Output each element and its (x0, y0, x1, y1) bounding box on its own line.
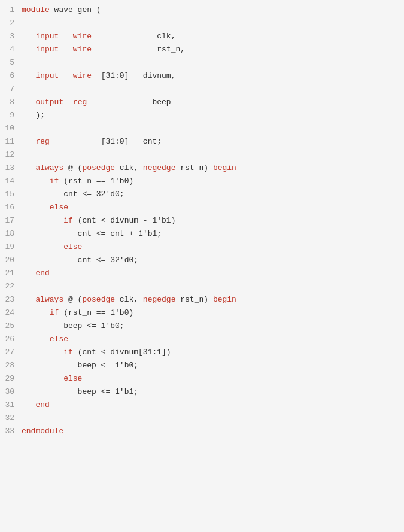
line-number: 23 (0, 295, 22, 304)
line-content: input wire clk, (22, 32, 175, 41)
line-number: 19 (0, 242, 22, 251)
line-number: 6 (0, 71, 22, 80)
code-line: 10 (0, 123, 404, 136)
code-line: 12 (0, 150, 404, 163)
line-number: 7 (0, 84, 22, 93)
code-line: 8 output reg beep (0, 97, 404, 110)
line-content: else (22, 374, 82, 383)
line-number: 27 (0, 348, 22, 357)
line-content (22, 414, 26, 422)
line-number: 2 (0, 19, 22, 28)
code-line: 6 input wire [31:0] divnum, (0, 71, 404, 84)
line-content: reg [31:0] cnt; (22, 137, 162, 146)
line-number: 24 (0, 308, 22, 317)
code-editor: 1module wave_gen (2 3 input wire clk,4 i… (0, 0, 404, 532)
line-content: endmodule (22, 427, 63, 436)
code-line: 33endmodule (0, 426, 404, 439)
line-number: 28 (0, 361, 22, 370)
line-content: end (22, 269, 50, 278)
code-line: 3 input wire clk, (0, 31, 404, 44)
line-content: ); (22, 111, 45, 120)
code-line: 24 if (rst_n == 1'b0) (0, 308, 404, 321)
code-line: 9 ); (0, 110, 404, 123)
line-number: 21 (0, 269, 22, 278)
line-content (22, 124, 26, 133)
line-number: 12 (0, 150, 22, 159)
line-content: always @ (posedge clk, negedge rst_n) be… (22, 163, 236, 172)
code-line: 11 reg [31:0] cnt; (0, 136, 404, 150)
code-line: 13 always @ (posedge clk, negedge rst_n)… (0, 163, 404, 176)
code-line: 29 else (0, 373, 404, 387)
line-number: 22 (0, 282, 22, 291)
line-number: 4 (0, 45, 22, 54)
code-line: 30 beep <= 1'b1; (0, 387, 404, 400)
line-content: always @ (posedge clk, negedge rst_n) be… (22, 295, 236, 304)
code-line: 27 if (cnt < divnum[31:1]) (0, 347, 404, 360)
code-line: 26 else (0, 334, 404, 347)
code-line: 14 if (rst_n == 1'b0) (0, 176, 404, 189)
line-content: cnt <= cnt + 1'b1; (22, 229, 162, 238)
line-number: 5 (0, 58, 22, 67)
code-line: 31 end (0, 400, 404, 413)
line-number: 31 (0, 400, 22, 409)
code-line: 15 cnt <= 32'd0; (0, 189, 404, 202)
line-content (22, 58, 26, 67)
line-number: 20 (0, 256, 22, 265)
line-content: cnt <= 32'd0; (22, 256, 138, 265)
code-line: 20 cnt <= 32'd0; (0, 255, 404, 268)
line-number: 32 (0, 414, 22, 422)
line-number: 13 (0, 163, 22, 172)
line-content (22, 150, 26, 159)
code-line: 2 (0, 18, 404, 31)
line-content: output reg beep (22, 98, 171, 107)
line-content: if (rst_n == 1'b0) (22, 177, 133, 186)
line-content: else (22, 203, 68, 212)
line-number: 26 (0, 335, 22, 343)
line-number: 15 (0, 190, 22, 199)
code-line: 28 beep <= 1'b0; (0, 360, 404, 373)
line-number: 14 (0, 177, 22, 186)
line-number: 29 (0, 374, 22, 383)
line-content: input wire rst_n, (22, 45, 185, 54)
line-content: else (22, 242, 82, 251)
line-content: beep <= 1'b0; (22, 361, 138, 370)
line-content: module wave_gen ( (22, 5, 101, 14)
line-content (22, 282, 26, 291)
line-number: 25 (0, 321, 22, 330)
line-content: beep <= 1'b0; (22, 321, 124, 330)
code-line: 18 cnt <= cnt + 1'b1; (0, 229, 404, 242)
line-number: 9 (0, 111, 22, 120)
code-line: 5 (0, 57, 404, 71)
line-number: 8 (0, 98, 22, 107)
line-content: if (rst_n == 1'b0) (22, 308, 133, 317)
line-content: cnt <= 32'd0; (22, 190, 124, 199)
line-number: 33 (0, 427, 22, 436)
line-content: beep <= 1'b1; (22, 387, 138, 396)
code-line: 19 else (0, 242, 404, 255)
line-content: end (22, 400, 50, 409)
line-content: else (22, 335, 68, 343)
line-number: 10 (0, 124, 22, 133)
code-line: 1module wave_gen ( (0, 5, 404, 18)
code-line: 21 end (0, 268, 404, 281)
code-line: 32 (0, 413, 404, 426)
line-content: input wire [31:0] divnum, (22, 71, 175, 80)
code-line: 17 if (cnt < divnum - 1'b1) (0, 215, 404, 229)
line-number: 17 (0, 216, 22, 225)
line-number: 11 (0, 137, 22, 146)
line-number: 16 (0, 203, 22, 212)
line-content: if (cnt < divnum[31:1]) (22, 348, 171, 357)
code-line: 22 (0, 281, 404, 294)
line-number: 30 (0, 387, 22, 396)
code-line: 23 always @ (posedge clk, negedge rst_n)… (0, 294, 404, 308)
line-number: 18 (0, 229, 22, 238)
code-line: 16 else (0, 202, 404, 215)
line-content (22, 84, 26, 93)
line-number: 3 (0, 32, 22, 41)
code-line: 7 (0, 84, 404, 97)
line-content (22, 19, 26, 28)
code-line: 4 input wire rst_n, (0, 44, 404, 57)
line-number: 1 (0, 5, 22, 14)
code-line: 25 beep <= 1'b0; (0, 321, 404, 334)
line-content: if (cnt < divnum - 1'b1) (22, 216, 175, 225)
